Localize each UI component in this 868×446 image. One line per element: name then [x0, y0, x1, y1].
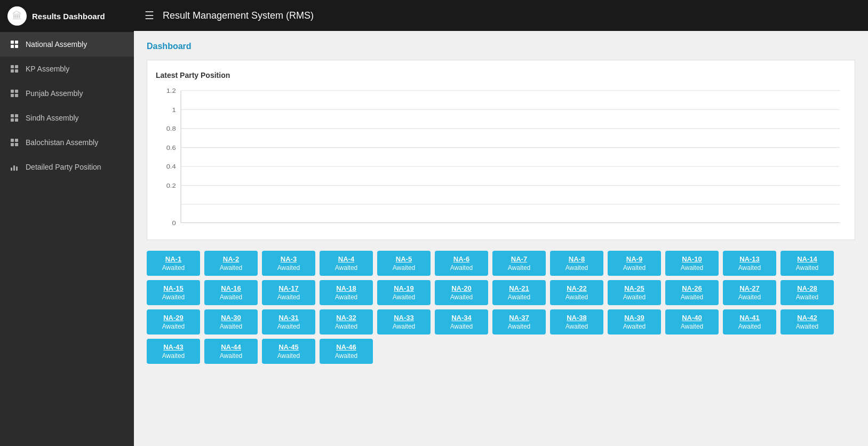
constituency-card[interactable]: NA-42 Awaited	[781, 309, 834, 334]
constituency-card[interactable]: NA-22 Awaited	[550, 280, 603, 305]
sidebar-item-detailed-party-position[interactable]: Detailed Party Position	[0, 155, 134, 179]
constituency-card[interactable]: NA-39 Awaited	[608, 309, 661, 334]
constituency-card[interactable]: NA-10 Awaited	[665, 251, 719, 276]
constituency-card[interactable]: NA-43 Awaited	[147, 339, 200, 364]
constituency-name: NA-13	[730, 255, 769, 263]
constituency-name: NA-1	[154, 255, 193, 263]
constituency-card[interactable]: NA-1 Awaited	[147, 251, 200, 276]
constituency-card[interactable]: NA-18 Awaited	[320, 280, 373, 305]
constituency-card[interactable]: NA-34 Awaited	[435, 309, 488, 334]
constituency-card[interactable]: NA-17 Awaited	[262, 280, 315, 305]
constituency-status: Awaited	[558, 264, 596, 272]
constituency-name: NA-4	[327, 255, 365, 263]
constituency-status: Awaited	[788, 293, 826, 301]
constituency-status: Awaited	[615, 323, 654, 330]
constituency-name: NA-25	[615, 284, 654, 292]
constituency-name: NA-8	[558, 255, 596, 263]
constituency-name: NA-29	[154, 314, 193, 322]
sidebar-item-balochistan-assembly[interactable]: Balochistan Assembly	[0, 130, 134, 155]
constituency-status: Awaited	[385, 323, 423, 330]
constituency-card[interactable]: NA-26 Awaited	[665, 280, 719, 305]
sidebar-item-label: Detailed Party Position	[26, 163, 101, 171]
constituency-card[interactable]: NA-14 Awaited	[781, 251, 834, 276]
constituency-name: NA-34	[442, 314, 481, 322]
constituency-card[interactable]: NA-15 Awaited	[147, 280, 200, 305]
constituency-name: NA-22	[558, 284, 596, 292]
svg-text:1: 1	[172, 106, 176, 113]
hamburger-icon[interactable]: ☰	[145, 9, 154, 22]
constituency-card[interactable]: NA-25 Awaited	[608, 280, 661, 305]
bar-chart-icon	[10, 162, 19, 172]
constituency-card[interactable]: NA-31 Awaited	[262, 309, 315, 334]
sidebar-item-national-assembly[interactable]: National Assembly	[0, 32, 134, 57]
constituency-status: Awaited	[730, 264, 769, 272]
constituency-card[interactable]: NA-38 Awaited	[550, 309, 603, 334]
constituency-name: NA-15	[154, 284, 193, 292]
constituency-card[interactable]: NA-33 Awaited	[377, 309, 431, 334]
constituency-card[interactable]: NA-16 Awaited	[204, 280, 258, 305]
constituency-card[interactable]: NA-46 Awaited	[320, 339, 373, 364]
constituency-name: NA-39	[615, 314, 654, 322]
constituency-card[interactable]: NA-29 Awaited	[147, 309, 200, 334]
constituency-status: Awaited	[327, 293, 365, 301]
constituency-status: Awaited	[212, 352, 250, 360]
constituency-card[interactable]: NA-44 Awaited	[204, 339, 258, 364]
constituency-status: Awaited	[212, 264, 250, 272]
constituency-card[interactable]: NA-3 Awaited	[262, 251, 315, 276]
constituency-status: Awaited	[327, 264, 365, 272]
sidebar-item-sindh-assembly[interactable]: Sindh Assembly	[0, 106, 134, 130]
constituency-status: Awaited	[442, 323, 481, 330]
constituency-card[interactable]: NA-9 Awaited	[608, 251, 661, 276]
constituency-card[interactable]: NA-8 Awaited	[550, 251, 603, 276]
constituency-name: NA-3	[269, 255, 308, 263]
constituency-card[interactable]: NA-45 Awaited	[262, 339, 315, 364]
svg-text:0.8: 0.8	[166, 125, 176, 132]
constituency-card[interactable]: NA-28 Awaited	[781, 280, 834, 305]
grid-icon	[10, 138, 19, 147]
constituency-card[interactable]: NA-19 Awaited	[377, 280, 431, 305]
constituency-card[interactable]: NA-6 Awaited	[435, 251, 488, 276]
constituency-card[interactable]: NA-2 Awaited	[204, 251, 258, 276]
constituency-name: NA-32	[327, 314, 365, 322]
grid-icon	[10, 89, 19, 98]
sidebar-item-kp-assembly[interactable]: KP Assembly	[0, 57, 134, 81]
constituency-card[interactable]: NA-40 Awaited	[665, 309, 719, 334]
svg-text:0.4: 0.4	[166, 163, 176, 170]
constituency-name: NA-16	[212, 284, 250, 292]
topbar: ☰ Result Management System (RMS)	[134, 0, 868, 31]
grid-icon	[10, 39, 19, 49]
constituency-card[interactable]: NA-4 Awaited	[320, 251, 373, 276]
constituency-name: NA-30	[212, 314, 250, 322]
constituency-status: Awaited	[730, 293, 769, 301]
sidebar-item-label: Balochistan Assembly	[26, 138, 98, 147]
grid-icon	[10, 64, 19, 74]
constituency-card[interactable]: NA-41 Awaited	[723, 309, 776, 334]
constituency-name: NA-2	[212, 255, 250, 263]
constituency-name: NA-18	[327, 284, 365, 292]
sidebar-item-label: KP Assembly	[26, 65, 69, 73]
constituency-status: Awaited	[212, 293, 250, 301]
constituency-name: NA-38	[558, 314, 596, 322]
constituency-name: NA-27	[730, 284, 769, 292]
constituency-card[interactable]: NA-7 Awaited	[492, 251, 546, 276]
constituency-card[interactable]: NA-30 Awaited	[204, 309, 258, 334]
sidebar-title: Results Dashboard	[32, 12, 105, 21]
constituency-status: Awaited	[327, 352, 365, 360]
constituency-name: NA-41	[730, 314, 769, 322]
constituency-status: Awaited	[500, 323, 538, 330]
constituency-card[interactable]: NA-27 Awaited	[723, 280, 776, 305]
constituency-card[interactable]: NA-32 Awaited	[320, 309, 373, 334]
constituency-status: Awaited	[154, 323, 193, 330]
constituency-status: Awaited	[788, 264, 826, 272]
constituency-card[interactable]: NA-21 Awaited	[492, 280, 546, 305]
sidebar-item-punjab-assembly[interactable]: Punjab Assembly	[0, 81, 134, 106]
constituency-card[interactable]: NA-13 Awaited	[723, 251, 776, 276]
chart-container: Latest Party Position 1.2 1 0.8 0.	[147, 60, 855, 240]
constituency-status: Awaited	[154, 264, 193, 272]
chart-area: 1.2 1 0.8 0.6 0.4 0.2 0	[156, 85, 846, 234]
constituency-status: Awaited	[615, 264, 654, 272]
constituency-card[interactable]: NA-20 Awaited	[435, 280, 488, 305]
sidebar-item-label: Sindh Assembly	[26, 114, 79, 122]
constituency-card[interactable]: NA-5 Awaited	[377, 251, 431, 276]
constituency-card[interactable]: NA-37 Awaited	[492, 309, 546, 334]
